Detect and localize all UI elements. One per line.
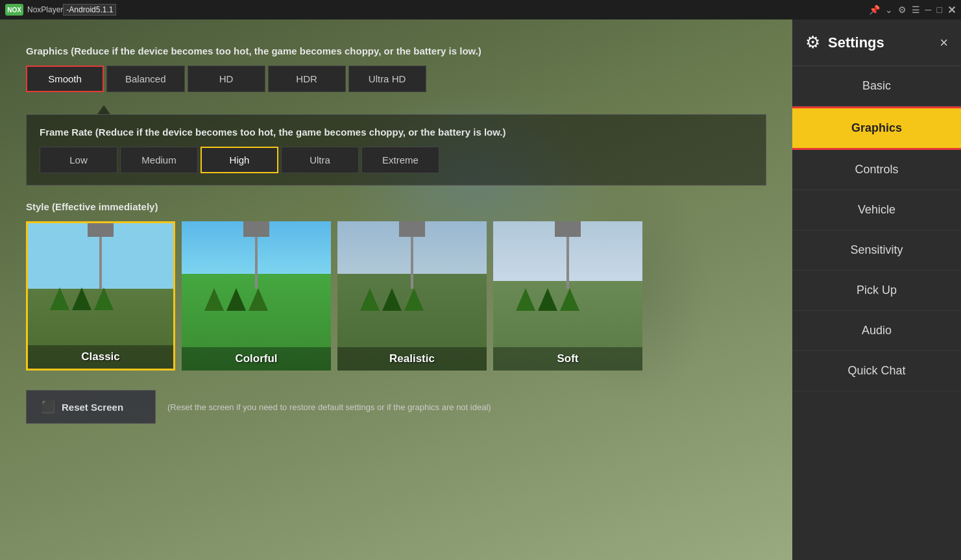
section-arrow [97, 105, 110, 114]
style-grid: Classic [26, 221, 766, 371]
style-card-colorful[interactable]: Colorful [182, 221, 331, 371]
nox-logo: NOX [5, 4, 23, 16]
trees-soft [516, 288, 579, 311]
nav-items: Basic Graphics Controls Vehicle Sensitiv… [792, 66, 961, 560]
framerate-option-extreme[interactable]: Extreme [361, 147, 439, 173]
dropdown-icon[interactable]: ⌄ [885, 5, 893, 15]
sidebar-item-controls[interactable]: Controls [792, 150, 961, 190]
minimize-icon[interactable]: ─ [925, 5, 932, 15]
framerate-section: Frame Rate (Reduce if the device becomes… [26, 114, 766, 186]
tower-classic [88, 221, 114, 289]
style-card-colorful-label: Colorful [182, 347, 331, 371]
sidebar-item-vehicle[interactable]: Vehicle [792, 190, 961, 230]
sidebar-item-pickup[interactable]: Pick Up [792, 271, 961, 311]
style-card-classic-label: Classic [28, 345, 173, 369]
settings-sidebar: ⚙ Settings × Basic Graphics Controls Veh… [792, 19, 961, 560]
style-card-realistic[interactable]: Realistic [337, 221, 487, 371]
settings-header: ⚙ Settings × [792, 19, 961, 66]
window-close-button[interactable]: ✕ [947, 4, 956, 16]
style-section: Style (Effective immediately) [26, 201, 766, 371]
tower-colorful [243, 221, 269, 289]
style-card-soft[interactable]: Soft [493, 221, 642, 371]
style-card-realistic-label: Realistic [337, 347, 487, 371]
title-bar-left: NOX NoxPlayer-Android5.1.1 [5, 4, 116, 16]
sidebar-item-basic[interactable]: Basic [792, 66, 961, 106]
trees-classic [50, 287, 114, 310]
graphics-label: Graphics (Reduce if the device becomes t… [26, 45, 766, 56]
reset-button-label: Reset Screen [62, 402, 123, 413]
tower-realistic [399, 221, 425, 289]
graphics-section: Graphics (Reduce if the device becomes t… [26, 45, 766, 92]
title-bar: NOX NoxPlayer-Android5.1.1 📌 ⌄ ⚙ ☰ ─ □ ✕ [0, 0, 961, 19]
menu-icon[interactable]: ☰ [912, 5, 920, 15]
graphics-options: Smooth Balanced HD HDR Ultra HD [26, 66, 766, 92]
framerate-option-low[interactable]: Low [40, 147, 117, 173]
main-area: Graphics (Reduce if the device becomes t… [0, 19, 961, 560]
settings-content: Graphics (Reduce if the device becomes t… [26, 45, 766, 424]
reset-note: (Reset the screen if you need to restore… [167, 402, 491, 412]
trees-realistic [360, 288, 424, 311]
style-card-soft-label: Soft [493, 347, 642, 371]
framerate-label: Frame Rate (Reduce if the device becomes… [40, 127, 753, 138]
framerate-options: Low Medium High Ultra Extreme [40, 147, 753, 173]
sidebar-item-sensitivity[interactable]: Sensitivity [792, 230, 961, 271]
sidebar-item-audio[interactable]: Audio [792, 311, 961, 351]
graphics-option-hdr[interactable]: HDR [268, 66, 346, 92]
framerate-option-ultra[interactable]: Ultra [281, 147, 359, 173]
title-bar-controls: 📌 ⌄ ⚙ ☰ ─ □ ✕ [869, 4, 956, 16]
framerate-option-high[interactable]: High [201, 147, 278, 173]
sidebar-item-quickchat[interactable]: Quick Chat [792, 351, 961, 391]
graphics-option-ultra-hd[interactable]: Ultra HD [348, 66, 426, 92]
app-name: NoxPlayer-Android5.1.1 [27, 5, 116, 14]
style-card-classic[interactable]: Classic [26, 221, 175, 371]
settings-header-left: ⚙ Settings [805, 32, 884, 53]
sidebar-close-button[interactable]: × [940, 34, 948, 51]
settings-title: Settings [828, 34, 884, 51]
graphics-option-hd[interactable]: HD [188, 66, 265, 92]
framerate-option-medium[interactable]: Medium [120, 147, 198, 173]
style-label: Style (Effective immediately) [26, 201, 766, 212]
game-area: Graphics (Reduce if the device becomes t… [0, 19, 792, 560]
graphics-option-balanced[interactable]: Balanced [106, 66, 185, 92]
gear-icon: ⚙ [805, 32, 820, 53]
trees-colorful [204, 288, 268, 311]
reset-section: ⬛ Reset Screen (Reset the screen if you … [26, 390, 766, 424]
sidebar-item-graphics[interactable]: Graphics [792, 106, 961, 150]
maximize-icon[interactable]: □ [937, 5, 942, 15]
pin-icon[interactable]: 📌 [869, 5, 880, 15]
reset-icon: ⬛ [41, 400, 55, 414]
tower-soft [555, 221, 581, 289]
graphics-option-smooth[interactable]: Smooth [26, 66, 104, 92]
settings-icon[interactable]: ⚙ [898, 5, 906, 15]
reset-screen-button[interactable]: ⬛ Reset Screen [26, 390, 156, 424]
